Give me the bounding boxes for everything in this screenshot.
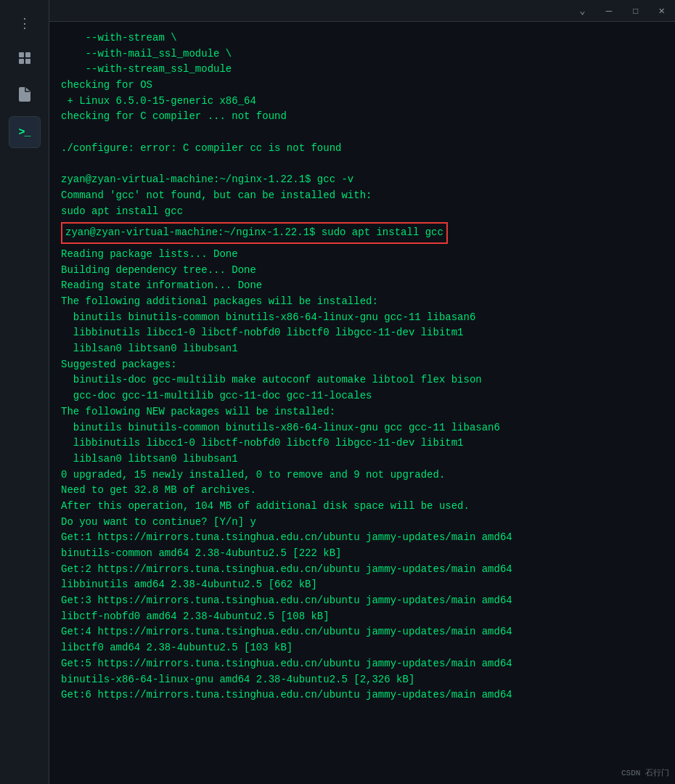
terminal-line: sudo apt install gcc <box>61 204 663 220</box>
terminal-line: Get:1 https://mirrors.tuna.tsinghua.edu.… <box>61 530 663 546</box>
sidebar-file-icon[interactable] <box>9 80 41 112</box>
terminal-line: binutils binutils-common binutils-x86-64… <box>61 310 663 326</box>
terminal-line: Do you want to continue? [Y/n] y <box>61 515 663 531</box>
svg-rect-2 <box>19 59 24 64</box>
terminal-line: + Linux 6.5.0-15-generic x86_64 <box>61 94 663 110</box>
grid-icon <box>17 51 32 69</box>
terminal-output: --with-stream \ --with-mail_ssl_module \… <box>49 22 675 784</box>
terminal-line: ./configure: error: C compiler cc is not… <box>61 141 663 157</box>
terminal-line: liblsan0 libtsan0 libubsan1 <box>61 452 663 467</box>
terminal-highlighted-command: zyan@zyan-virtual-machine:~/nginx-1.22.1… <box>61 221 663 245</box>
terminal-line: After this operation, 104 MB of addition… <box>61 499 663 515</box>
terminal-empty-line <box>61 125 663 141</box>
menu-dots-icon: ⋮ <box>18 15 31 31</box>
terminal-line: Get:4 https://mirrors.tuna.tsinghua.edu.… <box>61 624 663 640</box>
svg-rect-0 <box>19 52 24 57</box>
terminal-line: Reading state information... Done <box>61 278 663 294</box>
terminal-empty-line <box>61 157 663 173</box>
terminal-line: checking for OS <box>61 78 663 94</box>
terminal-line: Building dependency tree... Done <box>61 263 663 279</box>
highlighted-command-box: zyan@zyan-virtual-machine:~/nginx-1.22.1… <box>61 222 448 244</box>
terminal-icon: >_ <box>18 126 30 139</box>
terminal-line: Get:6 https://mirrors.tuna.tsinghua.edu.… <box>61 687 663 703</box>
terminal-line: binutils binutils-common binutils-x86-64… <box>61 420 663 436</box>
terminal-line: The following NEW packages will be insta… <box>61 404 663 420</box>
terminal-line: --with-mail_ssl_module \ <box>61 46 663 62</box>
sidebar-grid-icon[interactable] <box>9 44 41 75</box>
svg-rect-3 <box>25 59 30 64</box>
sidebar-terminal-icon[interactable]: >_ <box>9 116 41 148</box>
terminal-line: libbinutils libcc1-0 libctf-nobfd0 libct… <box>61 325 663 341</box>
title-bar: ⌄ — ☐ ✕ <box>49 0 675 22</box>
terminal-line: Need to get 32.8 MB of archives. <box>61 483 663 499</box>
terminal-line: binutils-doc gcc-multilib make autoconf … <box>61 372 663 388</box>
terminal-line: 0 upgraded, 15 newly installed, 0 to rem… <box>61 467 663 483</box>
terminal-line: libctf-nobfd0 amd64 2.38-4ubuntu2.5 [108… <box>61 609 663 625</box>
terminal-line: gcc-doc gcc-11-multilib gcc-11-doc gcc-1… <box>61 388 663 404</box>
terminal-line: Get:5 https://mirrors.tuna.tsinghua.edu.… <box>61 656 663 672</box>
watermark: CSDN 石行门 <box>621 767 669 778</box>
terminal-line: libbinutils libcc1-0 libctf-nobfd0 libct… <box>61 436 663 452</box>
terminal-line: libbinutils amd64 2.38-4ubuntu2.5 [662 k… <box>61 577 663 593</box>
terminal-line: Get:3 https://mirrors.tuna.tsinghua.edu.… <box>61 593 663 609</box>
terminal-area: ⌄ — ☐ ✕ --with-stream \ --with-mail_ssl_… <box>49 0 675 784</box>
terminal-line: binutils-common amd64 2.38-4ubuntu2.5 [2… <box>61 546 663 562</box>
terminal-line: The following additional packages will b… <box>61 294 663 310</box>
file-icon <box>18 86 31 106</box>
terminal-line: libctf0 amd64 2.38-4ubuntu2.5 [103 kB] <box>61 640 663 656</box>
terminal-line: --with-stream_ssl_module <box>61 62 663 78</box>
terminal-line: Command 'gcc' not found, but can be inst… <box>61 188 663 204</box>
close-button[interactable]: ✕ <box>655 3 669 18</box>
sidebar-menu-icon[interactable]: ⋮ <box>9 7 41 39</box>
terminal-line: Reading package lists... Done <box>61 247 663 263</box>
chevron-down-button[interactable]: ⌄ <box>575 3 589 18</box>
terminal-line: checking for C compiler ... not found <box>61 109 663 125</box>
terminal-line: binutils-x86-64-linux-gnu amd64 2.38-4ub… <box>61 672 663 688</box>
minimize-button[interactable]: — <box>602 4 616 18</box>
terminal-line: liblsan0 libtsan0 libubsan1 <box>61 341 663 357</box>
terminal-line: Get:2 https://mirrors.tuna.tsinghua.edu.… <box>61 562 663 578</box>
maximize-button[interactable]: ☐ <box>628 3 642 18</box>
sidebar: ⋮ >_ <box>0 0 49 784</box>
terminal-line: Suggested packages: <box>61 357 663 373</box>
terminal-line: zyan@zyan-virtual-machine:~/nginx-1.22.1… <box>61 172 663 188</box>
terminal-line: --with-stream \ <box>61 30 663 46</box>
svg-rect-1 <box>25 52 30 57</box>
